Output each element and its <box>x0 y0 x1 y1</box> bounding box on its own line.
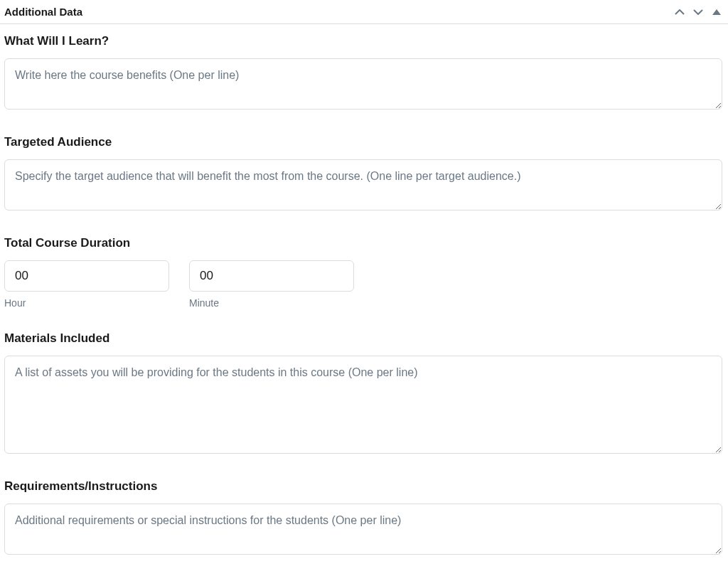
materials-included-input[interactable] <box>4 356 722 454</box>
requirements-instructions-input[interactable] <box>4 504 722 555</box>
minute-sublabel: Minute <box>189 297 354 309</box>
panel-header: Additional Data <box>0 0 728 24</box>
duration-minute-col: Minute <box>189 260 354 309</box>
panel-controls <box>674 6 722 18</box>
what-will-i-learn-input[interactable] <box>4 58 722 110</box>
targeted-audience-group: Targeted Audience <box>4 135 722 213</box>
caret-up-icon[interactable] <box>711 6 722 18</box>
chevron-up-icon[interactable] <box>674 6 685 18</box>
materials-included-group: Materials Included <box>4 331 722 457</box>
hour-input[interactable] <box>4 260 169 292</box>
total-course-duration-label: Total Course Duration <box>4 236 722 250</box>
targeted-audience-input[interactable] <box>4 159 722 211</box>
minute-input[interactable] <box>189 260 354 292</box>
duration-row: Hour Minute <box>4 260 722 309</box>
requirements-instructions-label: Requirements/Instructions <box>4 479 722 494</box>
total-course-duration-group: Total Course Duration Hour Minute <box>4 236 722 309</box>
chevron-down-icon[interactable] <box>692 6 704 18</box>
targeted-audience-label: Targeted Audience <box>4 135 722 149</box>
panel-title: Additional Data <box>4 6 82 18</box>
requirements-instructions-group: Requirements/Instructions <box>4 479 722 558</box>
panel-content: What Will I Learn? Targeted Audience Tot… <box>0 24 728 558</box>
hour-sublabel: Hour <box>4 297 169 309</box>
what-will-i-learn-label: What Will I Learn? <box>4 34 722 48</box>
svg-marker-0 <box>712 9 721 15</box>
materials-included-label: Materials Included <box>4 331 722 346</box>
duration-hour-col: Hour <box>4 260 169 309</box>
what-will-i-learn-group: What Will I Learn? <box>4 34 722 112</box>
